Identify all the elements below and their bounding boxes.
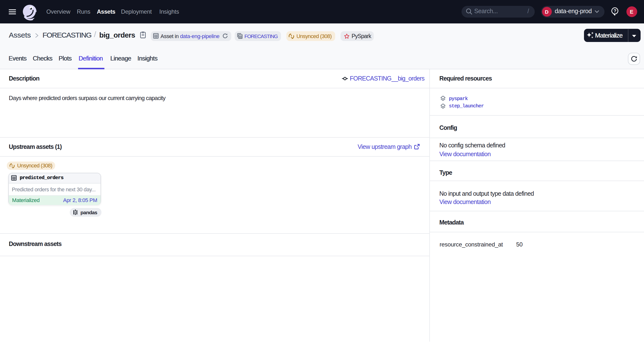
svg-text:?: ? xyxy=(614,8,616,14)
